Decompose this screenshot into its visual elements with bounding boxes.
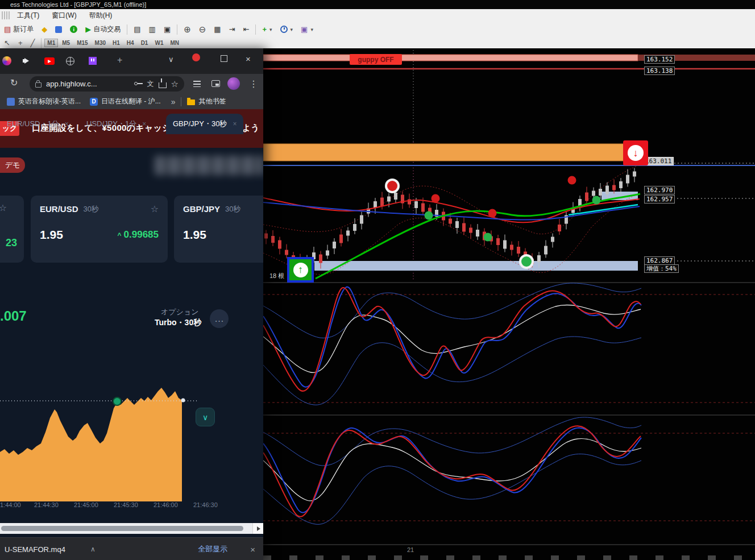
mt4-chart-canvas[interactable] (263, 48, 755, 560)
indicators-button[interactable]: + ▾ (258, 23, 276, 36)
new-tab-button[interactable]: + (117, 56, 122, 65)
tab-twitch[interactable] (89, 57, 97, 65)
grid-button[interactable]: ▦ (210, 23, 225, 36)
new-order-button[interactable]: ▤ 新订单 (0, 23, 38, 36)
scroll-down-button[interactable]: ∨ (196, 408, 215, 426)
option-type-label: Turbo・30秒 (155, 318, 201, 328)
red-dot-icon (192, 53, 200, 61)
other-bookmarks-button[interactable]: 其他书签 (187, 97, 226, 106)
menu-grip-icon (2, 11, 10, 19)
grid-icon: ▦ (214, 26, 221, 33)
scroll-right-button[interactable] (252, 523, 263, 534)
asset-card-gbpjpy[interactable]: GBP/JPY 30秒 ☆ 1.95 ^ 16 (174, 196, 263, 263)
other-bookmarks-label: 其他书签 (198, 97, 226, 106)
notification-dot[interactable] (192, 53, 200, 61)
menu-tools[interactable]: 工具(T) (11, 10, 45, 21)
window-caret-button[interactable]: ∨ (168, 55, 174, 64)
chart-shift-button[interactable]: ⇥ (225, 23, 239, 36)
translate-icon[interactable]: 文 (147, 79, 154, 89)
horizontal-scrollbar[interactable] (0, 523, 263, 534)
bookmark-star-icon[interactable]: ☆ (171, 79, 179, 89)
timeframe-d1[interactable]: D1 (138, 39, 151, 47)
duration-label: 30秒 (225, 204, 240, 214)
timeframe-mn[interactable]: MN (167, 39, 182, 47)
tab-label: GBP/JPY・30秒 (173, 119, 227, 129)
timeframe-m5[interactable]: M5 (59, 39, 73, 47)
timeframe-h1[interactable]: H1 (110, 39, 123, 47)
share-icon[interactable] (159, 82, 167, 88)
address-bar[interactable]: app.highlow.c... 文 ☆ (30, 76, 184, 92)
timeframe-h4[interactable]: H4 (124, 39, 137, 47)
timeframe-m30[interactable]: M30 (92, 39, 109, 47)
tab-website[interactable] (66, 57, 74, 65)
maximize-button[interactable] (221, 55, 227, 62)
templates-button[interactable]: ▣ ▾ (297, 23, 317, 36)
cascade-windows-button[interactable]: ▤ (130, 23, 144, 36)
periods-button[interactable]: ▾ (276, 23, 297, 36)
close-tab-icon[interactable]: × (233, 120, 237, 128)
auto-trading-button[interactable]: ▶ 自动交易 (81, 23, 125, 36)
mt4-toolbar-secondary: ↖ + ╱ M1 M5 M15 M30 H1 H4 D1 W1 MN (0, 38, 755, 49)
price-label-163152: 163.152 (644, 55, 675, 64)
indicator-info-label: 增值：54% (644, 264, 679, 273)
pair-label: GBP/JPY (183, 204, 220, 214)
tile-vertical-button[interactable]: ▣ (160, 23, 175, 36)
close-tab-icon[interactable]: × (65, 120, 69, 128)
chart-menu-button[interactable]: … (210, 309, 229, 328)
menu-help[interactable]: 帮助(H) (83, 10, 119, 21)
depth-button[interactable] (51, 23, 66, 36)
close-downloads-bar-button[interactable]: × (250, 545, 255, 554)
tab-speaker[interactable] (23, 57, 31, 64)
profile-button[interactable] (227, 77, 240, 90)
tile-horizontal-button[interactable]: ▥ (145, 23, 160, 36)
position-tab-eurusd[interactable]: EUR/USD・1分 × (0, 114, 76, 134)
favorite-star-icon[interactable]: ☆ (151, 204, 159, 214)
auto-scroll-button[interactable]: ⇤ (239, 23, 254, 36)
price-label-163138: 163.138 (644, 67, 675, 75)
tab-instagram[interactable] (2, 56, 11, 65)
guppy-toggle-button[interactable]: guppy OFF (350, 54, 402, 65)
screen: ess Technologies Ltd - [GBPJPY_6S,M1 (of… (0, 0, 755, 560)
asset-quote: ^ 0.99685 (118, 229, 159, 240)
zoom-in-button[interactable]: ⊕ (180, 23, 195, 36)
bookmark-label: 英语音标朗读-英语... (18, 97, 81, 106)
browser-window: + ∨ × ↻ app.highlow.c... 文 ☆ ⋮ (0, 48, 263, 560)
position-tab-usdjpy[interactable]: USD/JPY・1分 × (80, 114, 153, 134)
entry-marker (113, 397, 121, 405)
bookmark-favicon: D (90, 98, 98, 106)
menu-window[interactable]: 窗口(W) (45, 10, 82, 21)
cursor-tool-button[interactable]: ↖ (0, 36, 14, 50)
browser-menu-button[interactable]: ⋮ (249, 78, 258, 89)
favorite-star-icon[interactable]: ☆ (0, 202, 7, 213)
timeframe-m15[interactable]: M15 (74, 39, 90, 47)
signal-button[interactable]: i (66, 23, 81, 36)
download-expand-icon[interactable]: ∧ (90, 545, 96, 553)
timeframe-w1[interactable]: W1 (152, 39, 166, 47)
arrow-down-icon: ↓ (628, 145, 644, 161)
trendline-tool-button[interactable]: ╱ (27, 36, 39, 50)
download-file-name[interactable]: U-SEMAFOR.mq4 (5, 545, 65, 554)
bookmark-item[interactable]: 英语音标朗读-英语... (7, 97, 81, 106)
tab-preview-button[interactable] (211, 80, 220, 87)
bookmark-item[interactable]: D 日语在线翻译 - 沪... (90, 97, 161, 106)
highlow-page: ック 口座開設をして、¥5000のキャッシュバックを獲得しよう デモ ☆ 23 … (0, 109, 263, 537)
asset-card-partial[interactable]: ☆ 23 (0, 196, 24, 263)
close-tab-icon[interactable]: × (142, 120, 146, 128)
option-label: オプション (161, 307, 199, 317)
position-tab-gbpjpy[interactable]: GBP/JPY・30秒 × (166, 114, 243, 134)
timeframe-m1[interactable]: M1 (44, 39, 58, 47)
template-icon: ▣ (301, 26, 308, 33)
tab-youtube[interactable] (44, 57, 55, 65)
time-axis-label: 21 (407, 546, 414, 553)
bookmarks-overflow-button[interactable]: » (171, 97, 176, 106)
password-key-icon[interactable] (134, 82, 143, 86)
crosshair-tool-button[interactable]: + (14, 36, 27, 50)
refresh-button[interactable]: ↻ (10, 77, 18, 88)
alert-button[interactable]: ◆ (38, 23, 51, 36)
show-all-downloads-button[interactable]: 全部显示 (198, 544, 227, 554)
playlist-extension-button[interactable] (193, 81, 201, 87)
zoom-out-button[interactable]: ⊖ (195, 23, 210, 36)
scrollbar-thumb[interactable] (1, 526, 243, 531)
close-window-button[interactable]: × (246, 54, 251, 64)
asset-card-eurusd[interactable]: EUR/USD 30秒 ☆ 1.95 ^ 0.99685 (31, 196, 168, 263)
